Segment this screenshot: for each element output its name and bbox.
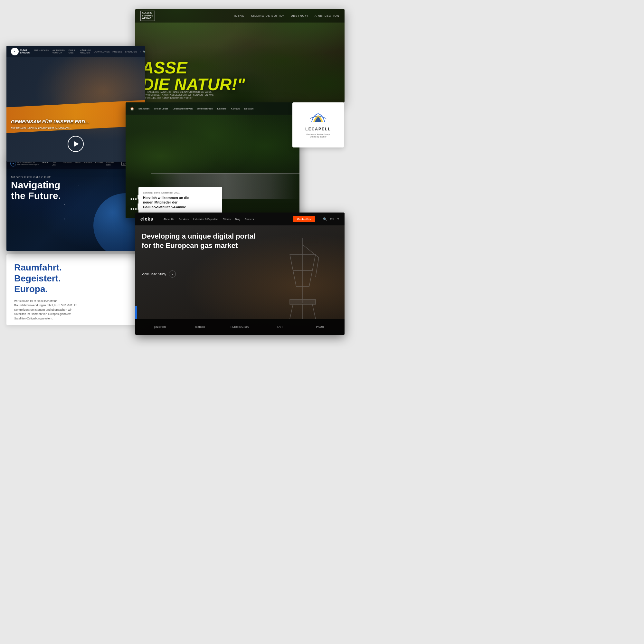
client-gazprom: gazprom: [140, 325, 180, 328]
klima-logo: K KLIMA BÄNDER: [11, 48, 30, 55]
news-title-1: Herzlich willkommen an die neuen Mitglie…: [143, 195, 218, 209]
collage: KLASSIK STIFTUNG WEIMAR INTRO KILLING US…: [0, 0, 644, 644]
eleks-nav-links: About Us Services Industries & Expertise…: [164, 218, 254, 221]
eleks-logo: eleks: [140, 216, 153, 222]
lecapell-logo-icon: [308, 112, 328, 125]
card-klima: K KLIMA BÄNDER MITMACHEN AKTIONEN VOR OR…: [6, 46, 145, 162]
svg-line-6: [303, 245, 319, 258]
eleks-clients-bar: gazprom aramex FLEMING·100 TAIT PAUR: [135, 319, 345, 335]
eleks-careers[interactable]: Careers: [245, 218, 254, 221]
dlr-subheadline: Mit der DLR GfR in die Zukunft.: [11, 175, 52, 179]
dlr-nav-links: Home Über Uns Services News Karriere Kon…: [43, 161, 118, 166]
klassik-nav-reflection[interactable]: A REFLECTION: [315, 14, 339, 17]
dlr-nav-services[interactable]: Services: [63, 161, 72, 166]
train-nav-kontakt[interactable]: Kontakt: [231, 107, 240, 110]
klima-subheadline: MIT DEINEN WÜNSCHEN AUF DEM KLIMABAND...: [11, 127, 71, 129]
home-icon[interactable]: 🏠: [130, 107, 134, 110]
klima-spenden[interactable]: Spenden: [125, 51, 137, 53]
chevron-down-icon: ▼: [337, 218, 339, 221]
card-klassik: KLASSIK STIFTUNG WEIMAR INTRO KILLING US…: [135, 9, 345, 102]
klima-nav: K KLIMA BÄNDER MITMACHEN AKTIONEN VOR OR…: [6, 46, 145, 57]
train-nav-unternehmen[interactable]: Unternehmen: [197, 107, 213, 110]
dlr-nav-news[interactable]: News: [75, 161, 81, 166]
card-dlr-white: Raumfahrt. Begeistert. Europa. Wir sind …: [6, 254, 145, 325]
klassik-nav-links: INTRO KILLING US SOFTLY DESTROY! A REFLE…: [234, 14, 339, 17]
klima-headline: GEMEINSAM FÜR UNSERE ERD...: [11, 119, 89, 125]
play-triangle-icon: [74, 141, 79, 147]
card-eleks: eleks About Us Services Industries & Exp…: [135, 213, 345, 335]
dlr-nav-karriere[interactable]: Karriere: [84, 161, 92, 166]
klassik-headline: ASSE DIE NATUR!": [142, 59, 245, 93]
view-case-label: View Case Study: [142, 272, 166, 276]
klassik-nav-destroy[interactable]: DESTROY!: [291, 14, 308, 17]
klima-fragen[interactable]: Häufige Fragen: [80, 49, 91, 54]
klassik-subtext: "ICH HASSE DIE NATUR, ICH HABE DIE NATUR…: [142, 90, 213, 100]
eleks-nav-icons: 🔍 EN ▼: [323, 217, 339, 221]
klassik-nav-intro[interactable]: INTRO: [234, 14, 245, 17]
dlr-white-body: Wir sind die DLR Gesellschaft für Raumfa…: [14, 299, 79, 321]
lecapell-name: LECAPELL: [305, 127, 331, 131]
train-nav-karriere[interactable]: Karriere: [217, 107, 226, 110]
arrow-right-icon: ›: [169, 270, 176, 278]
klima-downloads[interactable]: Downloads: [94, 51, 110, 53]
news-date-1: Sonntag, der 5. Dezember 2021: [143, 191, 218, 194]
client-fleming: FLEMING·100: [220, 325, 260, 328]
dlr-nav-home[interactable]: Home: [43, 161, 49, 166]
svg-rect-8: [290, 299, 316, 304]
svg-line-9: [290, 304, 293, 319]
eleks-lang[interactable]: EN: [330, 218, 334, 221]
eleks-services[interactable]: Services: [179, 218, 189, 221]
klima-nav-links: MITMACHEN AKTIONEN VOR ORT ÜBER UNS: [34, 49, 75, 54]
eleks-blog[interactable]: Blog: [235, 218, 240, 221]
card-lecapell: LECAPELL Partner of Buder Group united b…: [292, 102, 344, 147]
klima-play-button[interactable]: [68, 136, 84, 152]
lecapell-subtitle: Partner of Buder Group united by leather: [307, 133, 330, 138]
train-nav-lederalt[interactable]: Lederalternativen: [173, 107, 193, 110]
client-paur: PAUR: [300, 325, 340, 328]
klassik-nav-killing[interactable]: KILLING US SOFTLY: [251, 14, 284, 17]
eleks-clients[interactable]: Clients: [223, 218, 230, 221]
dlr-nav-kontakt[interactable]: Kontakt: [95, 161, 103, 166]
dlr-nav-ueber[interactable]: Über Uns: [52, 161, 60, 166]
eleks-view-case[interactable]: View Case Study ›: [142, 270, 176, 278]
train-nav-leder[interactable]: Unser Leder: [154, 107, 168, 110]
klima-nav-right: Häufige Fragen Downloads Presse Spenden …: [80, 49, 145, 54]
dlr-headline: Navigating the Future.: [11, 180, 61, 201]
eleks-industries[interactable]: Industries & Expertise: [193, 218, 218, 221]
dlr-name-text: DLR Gesellschaft für Raumfahrtanwendunge…: [17, 161, 39, 166]
train-nav-deutsch[interactable]: Deutsch: [244, 107, 253, 110]
instagram-icon: 📷: [143, 50, 145, 53]
klima-nav-mitmachen[interactable]: MITMACHEN: [34, 49, 49, 54]
dlr-white-headline: Raumfahrt. Begeistert. Europa.: [14, 262, 137, 295]
eleks-headline: Developing a unique digital portal for t…: [142, 232, 245, 250]
client-aramex: aramex: [180, 325, 220, 328]
eleks-blue-accent: [135, 306, 137, 319]
train-nav: 🏠 Branchen Unser Leder Lederalternativen…: [126, 102, 299, 115]
search-icon[interactable]: 🔍: [323, 217, 327, 221]
klima-nav-ueber[interactable]: ÜBER UNS: [69, 49, 75, 54]
facebook-icon: f: [140, 50, 140, 53]
svg-line-10: [312, 304, 316, 319]
dlr-nav-virtuelle[interactable]: Virtuelle Welt: [106, 161, 118, 166]
svg-line-7: [316, 258, 319, 277]
klassik-nav: KLASSIK STIFTUNG WEIMAR INTRO KILLING US…: [135, 9, 345, 23]
client-tait: TAIT: [260, 325, 300, 328]
eleks-contact-btn[interactable]: Contact Us: [293, 216, 315, 222]
klassik-logo: KLASSIK STIFTUNG WEIMAR: [140, 11, 155, 21]
oil-rig-icon: [270, 238, 335, 319]
eleks-nav: eleks About Us Services Industries & Exp…: [135, 213, 345, 225]
eleks-about[interactable]: About Us: [164, 218, 174, 221]
klima-nav-aktionen[interactable]: AKTIONEN VOR ORT: [52, 49, 65, 54]
train-nav-branchen[interactable]: Branchen: [138, 107, 149, 110]
klima-presse[interactable]: Presse: [112, 51, 122, 53]
